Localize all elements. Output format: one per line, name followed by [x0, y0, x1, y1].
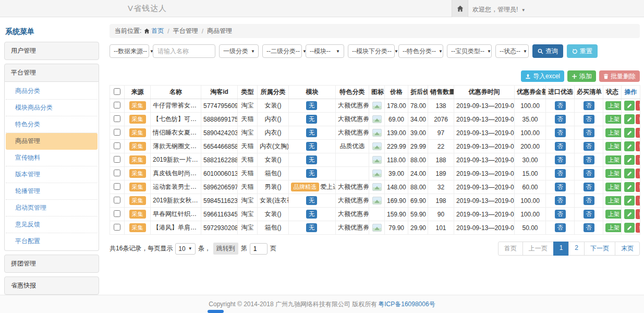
pager-item[interactable]: 末页: [615, 242, 640, 256]
delete-button[interactable]: [636, 141, 640, 151]
add-button[interactable]: 添加: [567, 70, 596, 82]
sidebar-subitem[interactable]: 特色分类: [6, 116, 98, 133]
sidebar-group-item[interactable]: 用户管理: [4, 42, 99, 60]
page-number-input[interactable]: [250, 243, 268, 255]
must-buy-badge[interactable]: 否: [584, 169, 594, 178]
sidebar-group-item[interactable]: 平台管理: [4, 64, 99, 82]
must-buy-badge[interactable]: 否: [584, 210, 594, 219]
delete-button[interactable]: [636, 101, 640, 111]
select-all-checkbox[interactable]: [114, 88, 120, 95]
query-button[interactable]: 查询: [532, 44, 563, 58]
breadcrumb-home-link[interactable]: 首页: [151, 27, 164, 35]
edit-button[interactable]: [624, 223, 635, 233]
imported-badge[interactable]: 否: [555, 128, 566, 137]
delete-button[interactable]: [636, 114, 640, 124]
row-checkbox[interactable]: [114, 183, 120, 190]
edit-button[interactable]: [624, 182, 635, 192]
module-select[interactable]: --模块--▼: [306, 44, 344, 58]
must-buy-badge[interactable]: 否: [584, 183, 594, 191]
name-search-input[interactable]: [153, 44, 215, 58]
edit-button[interactable]: [624, 128, 635, 138]
pager-item[interactable]: 首页: [498, 242, 523, 256]
imported-badge[interactable]: 否: [555, 142, 566, 151]
reset-button[interactable]: 重置: [567, 44, 598, 58]
row-checkbox[interactable]: [114, 224, 120, 231]
row-checkbox[interactable]: [114, 156, 120, 163]
imported-badge[interactable]: 否: [555, 210, 566, 219]
pager-item[interactable]: 1: [553, 242, 569, 256]
must-buy-badge[interactable]: 否: [584, 142, 594, 151]
delete-button[interactable]: [636, 168, 640, 178]
sidebar-subitem[interactable]: 商品分类: [6, 83, 98, 100]
status-badge[interactable]: 上架: [605, 128, 622, 137]
data-source-select[interactable]: --数据来源--▼: [110, 44, 149, 58]
sidebar-subitem[interactable]: 意见反馈: [6, 216, 98, 233]
status-badge[interactable]: 上架: [605, 142, 622, 151]
status-badge[interactable]: 上架: [605, 169, 622, 178]
must-buy-badge[interactable]: 否: [584, 128, 594, 137]
edit-button[interactable]: [624, 168, 635, 178]
imported-badge[interactable]: 否: [555, 223, 566, 232]
row-checkbox[interactable]: [114, 142, 120, 149]
row-checkbox[interactable]: [114, 170, 120, 176]
delete-button[interactable]: [636, 209, 640, 219]
sidebar-subitem[interactable]: 模块商品分类: [6, 100, 98, 116]
imported-badge[interactable]: 否: [555, 155, 566, 164]
edit-button[interactable]: [624, 209, 635, 219]
level2-category-select[interactable]: --二级分类--▼: [262, 44, 302, 58]
item-type-select[interactable]: --宝贝类型--▼: [447, 44, 492, 58]
row-checkbox[interactable]: [114, 197, 120, 203]
user-menu[interactable]: 欢迎您，管理员! ▼: [472, 5, 526, 14]
edit-button[interactable]: [624, 155, 635, 165]
must-buy-badge[interactable]: 否: [584, 115, 594, 124]
delete-button[interactable]: [636, 128, 640, 138]
special-category-select[interactable]: --特色分类--▼: [398, 44, 443, 58]
horizontal-scrollbar-thumb[interactable]: [208, 310, 224, 313]
status-badge[interactable]: 上架: [605, 210, 622, 219]
imported-badge[interactable]: 否: [555, 115, 566, 124]
sidebar-subitem[interactable]: 轮播管理: [6, 183, 98, 200]
must-buy-badge[interactable]: 否: [584, 223, 594, 232]
edit-button[interactable]: [624, 141, 635, 151]
row-checkbox[interactable]: [114, 102, 120, 109]
status-select[interactable]: --状态--▼: [495, 44, 529, 58]
pager-item[interactable]: 上一页: [523, 242, 554, 256]
pager-item[interactable]: 下一页: [584, 242, 615, 256]
row-checkbox[interactable]: [114, 129, 120, 136]
status-badge[interactable]: 上架: [605, 223, 622, 232]
level1-category-select[interactable]: 一级分类▼: [219, 44, 259, 58]
imported-badge[interactable]: 否: [555, 196, 566, 205]
edit-button[interactable]: [624, 114, 635, 124]
imported-badge[interactable]: 否: [555, 101, 566, 110]
import-excel-button[interactable]: 导入excel: [521, 70, 564, 82]
must-buy-badge[interactable]: 否: [584, 155, 594, 164]
must-buy-badge[interactable]: 否: [584, 101, 594, 110]
edit-button[interactable]: [624, 196, 635, 206]
delete-button[interactable]: [636, 155, 640, 165]
delete-button[interactable]: [636, 182, 640, 192]
batch-delete-button[interactable]: 批量删除: [599, 70, 640, 82]
module-subcategory-select[interactable]: --模块下分类--▼: [348, 44, 395, 58]
jump-button[interactable]: 跳转到: [213, 243, 238, 255]
status-badge[interactable]: 上架: [605, 101, 622, 110]
delete-button[interactable]: [636, 223, 640, 233]
sidebar-group-item[interactable]: 拼团管理: [4, 255, 99, 273]
imported-badge[interactable]: 否: [555, 169, 566, 178]
must-buy-badge[interactable]: 否: [584, 196, 594, 205]
status-badge[interactable]: 上架: [605, 115, 622, 124]
sidebar-group-item[interactable]: 省惠快报: [4, 276, 99, 295]
icp-link[interactable]: 粤ICP备16098006号: [378, 300, 435, 309]
status-badge[interactable]: 上架: [605, 155, 622, 164]
row-checkbox[interactable]: [114, 210, 120, 217]
status-badge[interactable]: 上架: [605, 183, 622, 191]
edit-button[interactable]: [624, 101, 635, 111]
sidebar-subitem[interactable]: 启动页管理: [6, 200, 98, 216]
sidebar-subitem[interactable]: 平台配置: [6, 233, 98, 249]
pager-item[interactable]: 2: [568, 242, 585, 256]
sidebar-subitem[interactable]: 版本管理: [6, 166, 98, 183]
delete-button[interactable]: [636, 196, 640, 206]
imported-badge[interactable]: 否: [555, 183, 566, 191]
home-button[interactable]: [452, 0, 468, 17]
status-badge[interactable]: 上架: [605, 196, 622, 205]
sidebar-subitem[interactable]: 商品管理: [6, 133, 98, 150]
